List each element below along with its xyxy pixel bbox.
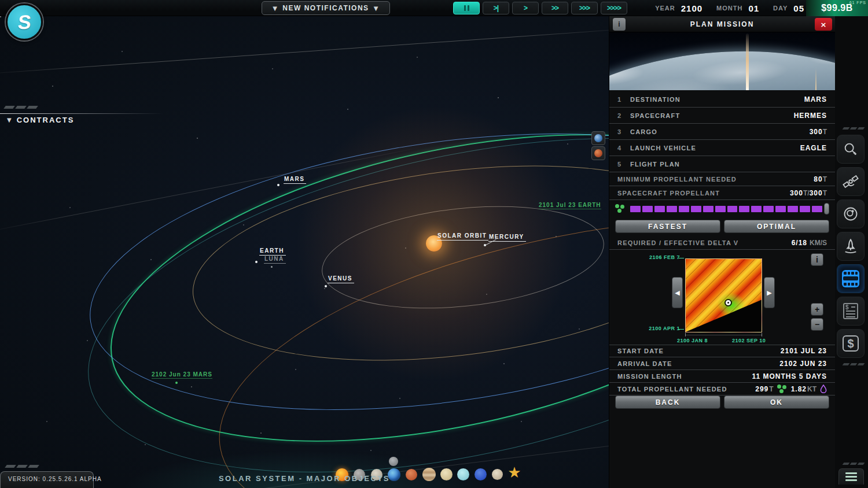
step-cargo[interactable]: 3 CARGO 300 T	[609, 124, 835, 140]
label-luna[interactable]: LUNA	[264, 256, 286, 264]
mission-steps: 1 DESTINATION MARS 2 SPACECRAFT HERMES 3…	[609, 91, 835, 200]
propellant-icon	[777, 385, 788, 394]
total-propellant-row: TOTAL PROPELLANT NEEDED 299 T 1.82 KT	[609, 383, 835, 395]
selected-transfer-marker[interactable]	[726, 300, 731, 305]
arrival-date-label: ARRIVAL DATE	[617, 360, 779, 367]
launch-tool-button[interactable]	[837, 232, 865, 261]
porkchop-y-max-label: 2106 FEB 7	[649, 254, 680, 260]
year-value: 2100	[681, 3, 703, 13]
step-number: 4	[617, 145, 630, 151]
focus-earth-button[interactable]	[591, 131, 605, 145]
porkchop-y-min-label: 2100 APR 1	[649, 326, 680, 331]
step-value: HERMES	[794, 112, 827, 120]
orbits-tool-button[interactable]	[837, 199, 865, 228]
label-mars[interactable]: MARS	[284, 176, 306, 184]
propellant-icon	[615, 204, 626, 213]
search-tool-button[interactable]	[837, 135, 865, 164]
mercury-marker[interactable]	[484, 244, 486, 246]
propellant-unit: T	[803, 189, 807, 197]
back-button[interactable]: BACK	[615, 395, 720, 409]
funds-value: $99.9B	[821, 3, 853, 13]
mars-arrival-marker[interactable]	[175, 382, 178, 384]
min-propellant-unit: T	[823, 175, 827, 183]
step-spacecraft[interactable]: 2 SPACECRAFT HERMES	[609, 108, 835, 124]
step-unit: T	[823, 128, 827, 136]
play-button[interactable]: >	[512, 2, 539, 14]
contracts-tool-button[interactable]: $	[837, 297, 865, 326]
start-date-value: 2101 JUL 23	[781, 347, 827, 355]
min-propellant-value: 80	[814, 175, 822, 183]
menu-button[interactable]	[838, 468, 864, 485]
porkchop-x-min-label: 2100 JAN 8	[677, 338, 708, 343]
slider-handle[interactable]	[824, 203, 829, 215]
zoom-out-button[interactable]: −	[811, 318, 823, 331]
left-arrow-icon: ◀	[675, 289, 679, 297]
total-propellant-unit: T	[769, 385, 773, 393]
mission-length-label: MISSION LENGTH	[617, 373, 752, 380]
rocket-icon	[843, 238, 859, 254]
porkchop-info-button[interactable]: i	[811, 253, 823, 266]
focus-mars-button[interactable]	[591, 146, 605, 160]
mars-icon	[594, 149, 602, 157]
step-flight-plan[interactable]: 5 FLIGHT PLAN	[609, 156, 835, 172]
label-earth[interactable]: EARTH	[259, 247, 286, 256]
earth-marker[interactable]	[255, 261, 258, 263]
label-venus[interactable]: VENUS	[328, 275, 354, 283]
mission-length-row: MISSION LENGTH 11 MONTHS 5 DAYS	[609, 370, 835, 383]
flight-mode-buttons: FASTEST OPTIMAL	[609, 220, 835, 233]
pause-button[interactable]	[453, 2, 480, 14]
contracts-dropdown[interactable]: ▼ CONTRACTS	[7, 116, 74, 124]
propellant-capacity: 300	[810, 189, 823, 197]
step-day-button[interactable]: >|	[483, 2, 509, 14]
speed-3-button[interactable]: >>>	[571, 2, 598, 14]
arrival-date-value: 2102 JUN 23	[779, 360, 827, 368]
next-window-button[interactable]: ▶	[764, 277, 775, 308]
porkchop-section: 2106 FEB 7 2100 APR 1 2100 JAN 8 2102 SE…	[609, 250, 835, 349]
solar-system-map[interactable]: MARS EARTH LUNA VENUS SOLAR ORBIT MERCUR…	[0, 16, 609, 488]
rocket-plume-art	[815, 68, 816, 90]
venus-marker[interactable]	[325, 285, 327, 287]
game-date: YEAR 2100 MONTH 01 DAY 05	[655, 0, 804, 16]
zoom-in-button[interactable]: +	[811, 303, 823, 316]
month-value: 01	[748, 3, 759, 13]
info-icon: i	[816, 255, 818, 264]
close-button[interactable]: ×	[815, 18, 832, 31]
label-solar-orbit[interactable]: SOLAR ORBIT	[437, 232, 488, 241]
mars-marker[interactable]	[277, 184, 279, 186]
panel-header: PLAN MISSION i ×	[609, 16, 835, 32]
funds-display[interactable]: 61 FPS $99.9B	[806, 0, 868, 16]
optimal-button[interactable]: OPTIMAL	[724, 220, 829, 233]
panel-title: PLAN MISSION	[609, 20, 835, 28]
pause-icon	[464, 5, 469, 11]
search-icon	[843, 141, 859, 157]
moon-icon[interactable]	[389, 457, 398, 466]
porkchop-plot[interactable]	[685, 258, 762, 332]
speed-4-button[interactable]: >>>>	[601, 2, 627, 14]
cloud-art	[609, 37, 835, 90]
speed-2-button[interactable]: >>	[542, 2, 568, 14]
info-button[interactable]: i	[613, 18, 626, 31]
chevron-down-icon: ▼	[374, 5, 379, 12]
porkchop-x-max-label: 2102 SEP 10	[732, 338, 766, 343]
fastest-button[interactable]: FASTEST	[615, 220, 720, 233]
finance-tool-button[interactable]: $	[837, 329, 865, 358]
month-label: MONTH	[716, 5, 742, 12]
company-logo[interactable]: S	[6, 3, 43, 40]
toolbar-decor-dashes	[843, 127, 864, 130]
step-launch-vehicle[interactable]: 4 LAUNCH VEHICLE EAGLE	[609, 140, 835, 156]
menu-decor-dashes	[843, 463, 864, 465]
panel-actions: BACK OK	[609, 395, 835, 409]
min-propellant-row: MINIMUM PROPELLANT NEEDED 80 T	[609, 172, 835, 186]
propellant-value: 300	[790, 189, 803, 197]
propellant-slider[interactable]	[630, 205, 829, 213]
step-number: 3	[617, 128, 630, 135]
luna-marker[interactable]	[271, 266, 273, 268]
previous-window-button[interactable]: ◀	[672, 277, 683, 308]
step-number: 2	[617, 112, 630, 119]
notifications-button[interactable]: ▼ NEW NOTIFICATIONS ▼	[262, 1, 390, 15]
missions-tool-button-active[interactable]	[837, 264, 865, 293]
ok-button[interactable]: OK	[724, 395, 829, 409]
satellites-tool-button[interactable]	[837, 167, 865, 196]
axis-tick	[679, 258, 684, 258]
step-destination[interactable]: 1 DESTINATION MARS	[609, 91, 835, 108]
